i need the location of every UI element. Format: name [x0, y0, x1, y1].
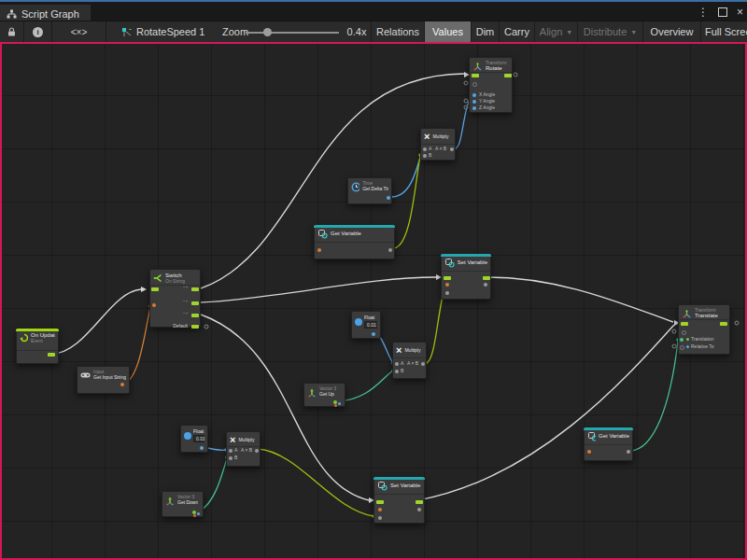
name-in-port[interactable] [378, 508, 382, 511]
wire-object-multiply2-to-setvariable[interactable] [426, 292, 444, 363]
result-out-port[interactable] [421, 362, 425, 366]
unconnected-port[interactable] [672, 329, 676, 333]
unconnected-port[interactable] [735, 321, 739, 325]
wire-flow-setvariable-to-translate[interactable] [487, 277, 673, 322]
value-out-port[interactable] [484, 283, 487, 287]
graph-breadcrumb[interactable]: RotateSpeed 1 [121, 21, 215, 42]
target-in-port[interactable] [682, 330, 686, 335]
overview-button[interactable]: Overview [643, 21, 701, 42]
align-button[interactable]: Align ▼ [535, 21, 578, 42]
translation-in-port[interactable] [680, 338, 684, 342]
dim-button[interactable]: Dim [472, 21, 500, 42]
menu-kebab-icon[interactable]: ⋮ [698, 4, 709, 21]
gamepad-icon [80, 371, 91, 379]
unconnected-port[interactable] [464, 81, 468, 85]
carry-button[interactable]: Carry [500, 21, 535, 42]
divider [315, 242, 394, 243]
flow-in-port[interactable] [151, 287, 159, 291]
node-vector3-get-down[interactable]: Vector 3 Get Down [162, 491, 204, 517]
maximize-icon[interactable] [718, 7, 727, 17]
b-in-port[interactable] [395, 370, 399, 373]
a-in-port[interactable] [395, 362, 399, 366]
value-in-port[interactable] [378, 516, 382, 520]
a-in-port[interactable] [229, 449, 233, 453]
node-vector3-get-up[interactable]: Vector 3 Get Up [303, 383, 345, 407]
node-get-variable[interactable]: Get Variable [314, 225, 395, 259]
node-set-variable[interactable]: Set Variable [441, 254, 491, 300]
unconnected-port[interactable] [204, 325, 208, 329]
case-out-port[interactable] [191, 314, 199, 317]
node-get-delta-time[interactable]: Time Get Delta Time [347, 177, 392, 204]
y-angle-port[interactable] [472, 100, 476, 104]
value-out-port[interactable] [417, 508, 421, 511]
node-rotate[interactable]: Transform Rotate X Angle Y Angle Z Angle [469, 57, 513, 113]
wire-object-multiply3-to-setvariable2[interactable] [258, 449, 374, 516]
node-switch[interactable]: Switch On String “ ” “ ” “ ” Default [149, 269, 201, 328]
unconnected-port[interactable] [514, 73, 517, 77]
name-in-port[interactable] [445, 283, 449, 287]
name-in-port[interactable] [587, 450, 591, 454]
float-value[interactable]: 0.01 [193, 435, 204, 442]
flow-out-port[interactable] [483, 276, 490, 280]
wire-vector-getup-to-multiply2[interactable] [337, 371, 393, 401]
value-in-port[interactable] [445, 291, 449, 295]
result-out-port[interactable] [255, 449, 259, 453]
flow-out-port[interactable] [720, 322, 727, 326]
unconnected-port[interactable] [464, 99, 468, 103]
flow-in-port[interactable] [444, 276, 451, 280]
wire-flow-switch-to-setvariable2[interactable] [201, 315, 369, 500]
node-translate[interactable]: Transform Translate Translation Relative… [678, 304, 730, 355]
float-out-port[interactable] [372, 332, 375, 336]
b-in-port[interactable] [229, 456, 233, 460]
case-out-port[interactable] [191, 287, 199, 291]
unconnected-port[interactable] [672, 344, 676, 348]
relations-button[interactable]: Relations [371, 21, 425, 42]
float-value[interactable]: 0.01 [364, 321, 377, 329]
default-out-port[interactable] [191, 325, 199, 329]
flow-out-port[interactable] [416, 500, 423, 504]
string-out-port[interactable] [120, 383, 124, 386]
z-angle-port[interactable] [472, 106, 476, 110]
code-preview-button[interactable]: <×> [52, 21, 106, 42]
variable-accent-bar [374, 477, 425, 480]
a-in-port[interactable] [423, 147, 427, 151]
distribute-button[interactable]: Distribute ▼ [578, 21, 643, 42]
float-out-port[interactable] [200, 446, 204, 450]
zoom-slider-handle[interactable] [263, 28, 272, 36]
node-multiply[interactable]: × Multiply A A × B B [420, 128, 456, 161]
value-out-port[interactable] [627, 450, 630, 454]
node-get-input-string[interactable]: Input Get Input String [77, 366, 130, 394]
wire-flow-onupdate-to-switch[interactable] [52, 289, 141, 354]
node-float[interactable]: Float 0.01 [351, 311, 381, 339]
node-get-variable-2[interactable]: Get Variable [584, 427, 633, 461]
full-screen-button[interactable]: Full Screen [701, 21, 747, 42]
float-out-port[interactable] [387, 196, 390, 200]
node-multiply-3[interactable]: × Multiply A A × B B [226, 431, 261, 467]
name-in-port[interactable] [317, 248, 321, 252]
b-in-port[interactable] [423, 154, 427, 158]
node-float-2[interactable]: Float 0.01 [180, 425, 208, 453]
zoom-slider[interactable] [246, 32, 339, 34]
wire-vector-getvariable2-to-translate[interactable] [630, 341, 678, 451]
x-angle-port[interactable] [472, 93, 476, 97]
values-button[interactable]: Values [425, 21, 472, 42]
node-multiply-2[interactable]: × Multiply A A × B B [392, 342, 427, 379]
wire-flow-setvariable2-to-translate[interactable] [418, 325, 674, 500]
value-out-port[interactable] [388, 248, 392, 252]
relative-to-in-port[interactable] [680, 345, 684, 350]
lock-button[interactable] [0, 21, 24, 42]
info-button[interactable]: i [24, 21, 52, 42]
close-icon[interactable]: × [737, 4, 743, 21]
node-on-update[interactable]: On Update Event [16, 329, 59, 364]
node-set-variable-2[interactable]: Set Variable [374, 477, 425, 524]
selector-in-port[interactable] [152, 303, 156, 307]
target-in-port[interactable] [472, 82, 477, 87]
flow-out-port[interactable] [504, 74, 512, 77]
flow-in-port[interactable] [681, 322, 688, 326]
case-out-port[interactable] [191, 301, 199, 305]
flow-in-port[interactable] [376, 500, 384, 504]
wire-flow-switch-to-setvariable[interactable] [201, 277, 436, 302]
result-out-port[interactable] [450, 147, 454, 151]
flow-out-port[interactable] [48, 353, 55, 357]
flow-in-port[interactable] [472, 74, 479, 77]
